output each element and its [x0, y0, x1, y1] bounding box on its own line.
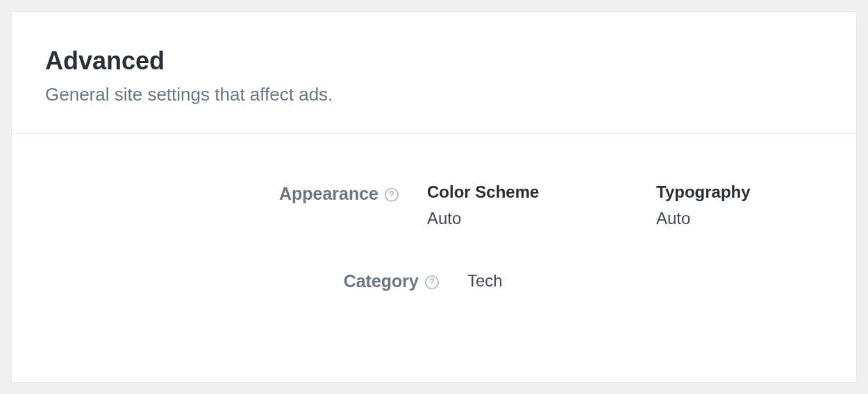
advanced-settings-card: Advanced General site settings that affe… [11, 11, 857, 383]
category-content: Tech [467, 270, 823, 291]
category-label: Category [344, 271, 419, 291]
color-scheme-value: Auto [427, 209, 594, 228]
help-icon[interactable] [424, 275, 440, 290]
appearance-label: Appearance [279, 184, 378, 204]
svg-point-3 [431, 285, 432, 286]
typography-label: Typography [656, 182, 823, 202]
category-row: Category Tech [45, 270, 823, 291]
page-title: Advanced [45, 46, 823, 76]
card-body: Appearance Color Scheme Auto Typography [12, 134, 856, 361]
page-subtitle: General site settings that affect ads. [45, 84, 823, 105]
color-scheme-block: Color Scheme Auto [427, 182, 594, 228]
color-scheme-label: Color Scheme [427, 182, 594, 202]
svg-point-1 [391, 198, 392, 198]
card-header: Advanced General site settings that affe… [12, 12, 856, 134]
typography-value: Auto [656, 209, 823, 228]
appearance-label-col: Appearance [45, 182, 427, 228]
appearance-content: Color Scheme Auto Typography Auto [427, 182, 823, 228]
category-label-col: Category [45, 270, 467, 291]
typography-block: Typography Auto [656, 182, 823, 228]
help-icon[interactable] [384, 187, 399, 203]
appearance-row: Appearance Color Scheme Auto Typography [45, 182, 823, 228]
category-value: Tech [467, 270, 503, 291]
